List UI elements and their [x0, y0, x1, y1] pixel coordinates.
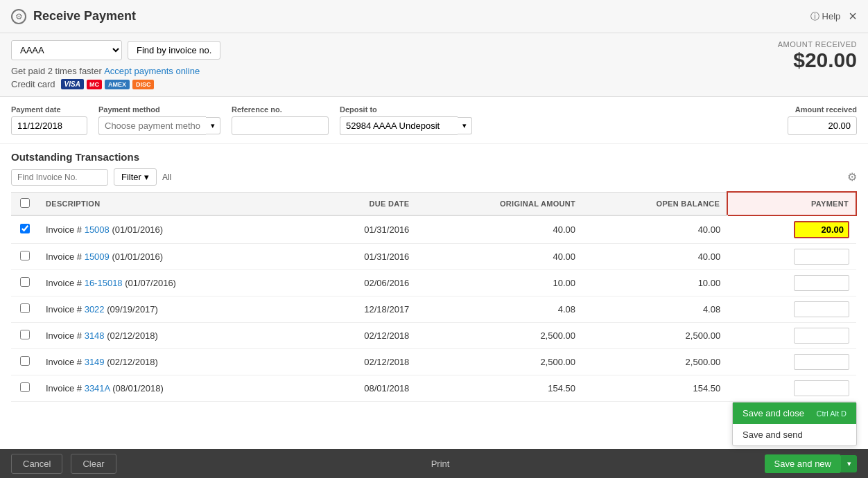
- table-row: Invoice # 15008 (01/01/2016) 01/31/2016 …: [11, 215, 856, 244]
- filter-all-label[interactable]: All: [162, 172, 171, 182]
- visa-icon: VISA: [61, 79, 84, 89]
- payment-cell[interactable]: [727, 269, 856, 296]
- invoice-date: (02/12/2018): [105, 330, 158, 341]
- close-button[interactable]: ×: [849, 8, 857, 24]
- save-and-close-option[interactable]: Save and close Ctrl Alt D: [733, 402, 856, 424]
- amount-received-form-label: Amount received: [788, 105, 857, 114]
- table-row: Invoice # 3022 (09/19/2017) 12/18/2017 4…: [11, 296, 856, 322]
- customer-select[interactable]: AAAA: [11, 40, 122, 60]
- row-checkbox[interactable]: [20, 356, 30, 366]
- payment-method-input[interactable]: [98, 116, 206, 135]
- payment-cell[interactable]: [727, 296, 856, 322]
- description-cell: Invoice # 15009 (01/01/2016): [39, 243, 306, 269]
- original-amount-header: ORIGINAL AMOUNT: [416, 192, 582, 215]
- find-by-invoice-button[interactable]: Find by invoice no.: [128, 41, 220, 60]
- row-checkbox-cell[interactable]: [11, 375, 39, 401]
- filter-button[interactable]: Filter ▾: [114, 168, 157, 186]
- clear-button[interactable]: Clear: [71, 454, 116, 474]
- invoice-date: (08/01/2018): [110, 383, 164, 393]
- payment-cell[interactable]: [727, 243, 856, 269]
- payment-date-input[interactable]: [11, 116, 87, 135]
- print-button[interactable]: Print: [431, 459, 450, 469]
- original-amount-cell: 4.08: [416, 296, 582, 322]
- original-amount-cell: 2,500.00: [416, 322, 582, 348]
- row-checkbox[interactable]: [20, 382, 30, 392]
- invoice-prefix: Invoice #: [46, 304, 85, 315]
- due-date-cell: 08/01/2018: [306, 375, 416, 401]
- payment-input[interactable]: [794, 221, 849, 238]
- row-checkbox[interactable]: [20, 277, 30, 287]
- row-checkbox[interactable]: [20, 224, 30, 233]
- select-all-checkbox[interactable]: [20, 198, 30, 208]
- help-link[interactable]: ⓘ Help: [810, 10, 841, 23]
- invoice-date: (09/19/2017): [105, 304, 158, 315]
- top-section: AAAA Find by invoice no. Get paid 2 time…: [0, 33, 868, 97]
- row-checkbox-cell[interactable]: [11, 296, 39, 322]
- table-row: Invoice # 15009 (01/01/2016) 01/31/2016 …: [11, 243, 856, 269]
- deposit-arrow[interactable]: ▾: [458, 117, 472, 134]
- deposit-label: Deposit to: [340, 105, 472, 114]
- row-checkbox-cell[interactable]: [11, 348, 39, 375]
- payment-input[interactable]: [794, 380, 849, 396]
- payment-cell[interactable]: [727, 375, 856, 401]
- payment-method-select: ▾: [98, 116, 220, 135]
- outstanding-title: Outstanding Transactions: [11, 151, 857, 163]
- deposit-group: Deposit to ▾: [340, 105, 472, 135]
- customer-row: AAAA Find by invoice no.: [11, 40, 220, 60]
- save-group: Save and new ▾: [765, 454, 857, 473]
- row-checkbox-cell[interactable]: [11, 215, 39, 244]
- save-and-send-option[interactable]: Save and send: [733, 424, 856, 445]
- credit-card-area: Credit card VISA MC AMEX DISC: [11, 79, 220, 89]
- description-header: DESCRIPTION: [39, 192, 306, 215]
- page-title: Receive Payment: [33, 9, 136, 24]
- invoice-prefix: Invoice #: [46, 383, 85, 393]
- promo-text: Get paid 2 times faster Accept payments …: [11, 66, 220, 76]
- payment-input[interactable]: [794, 354, 849, 370]
- invoice-link[interactable]: 15009: [85, 251, 110, 262]
- payment-method-arrow[interactable]: ▾: [206, 117, 220, 134]
- search-input[interactable]: [11, 169, 108, 186]
- invoice-prefix: Invoice #: [46, 357, 85, 367]
- invoice-link[interactable]: 16-15018: [85, 278, 123, 288]
- payment-input[interactable]: [794, 275, 849, 291]
- invoice-link[interactable]: 3149: [85, 357, 105, 367]
- payment-header: PAYMENT: [727, 192, 856, 215]
- reference-input[interactable]: [232, 116, 329, 135]
- open-balance-cell: 10.00: [582, 269, 727, 296]
- row-checkbox-cell[interactable]: [11, 243, 39, 269]
- row-checkbox[interactable]: [20, 251, 30, 260]
- save-new-dropdown-button[interactable]: ▾: [841, 455, 857, 472]
- invoice-link[interactable]: 3148: [85, 330, 105, 341]
- description-cell: Invoice # 15008 (01/01/2016): [39, 215, 306, 244]
- row-checkbox-cell[interactable]: [11, 322, 39, 348]
- row-checkbox[interactable]: [20, 330, 30, 339]
- help-label: Help: [822, 11, 841, 21]
- invoice-date: (02/12/2018): [105, 357, 158, 367]
- payment-cell[interactable]: [727, 215, 856, 244]
- invoice-link[interactable]: 3341A: [85, 383, 110, 393]
- invoice-link[interactable]: 3022: [85, 304, 105, 315]
- payment-input[interactable]: [794, 249, 849, 265]
- save-and-new-button[interactable]: Save and new: [765, 454, 841, 473]
- app-icon: ⚙: [11, 9, 26, 24]
- deposit-input[interactable]: [340, 116, 458, 135]
- open-balance-cell: 40.00: [582, 215, 727, 244]
- payment-cell[interactable]: [727, 348, 856, 375]
- invoice-link[interactable]: 15008: [85, 224, 110, 235]
- select-all-header[interactable]: [11, 192, 39, 215]
- row-checkbox[interactable]: [20, 303, 30, 313]
- amount-received-input[interactable]: [788, 116, 857, 135]
- row-checkbox-cell[interactable]: [11, 269, 39, 296]
- accept-payments-link[interactable]: Accept payments online: [104, 66, 200, 76]
- table-row: Invoice # 3341A (08/01/2018) 08/01/2018 …: [11, 375, 856, 401]
- help-circle-icon: ⓘ: [810, 10, 819, 23]
- settings-icon[interactable]: ⚙: [847, 170, 857, 184]
- due-date-cell: 02/06/2016: [306, 269, 416, 296]
- open-balance-cell: 154.50: [582, 375, 727, 401]
- invoice-date: (01/01/2016): [110, 251, 163, 262]
- original-amount-cell: 154.50: [416, 375, 582, 401]
- payment-input[interactable]: [794, 301, 849, 317]
- payment-cell[interactable]: [727, 322, 856, 348]
- cancel-button[interactable]: Cancel: [11, 454, 62, 474]
- payment-input[interactable]: [794, 328, 849, 344]
